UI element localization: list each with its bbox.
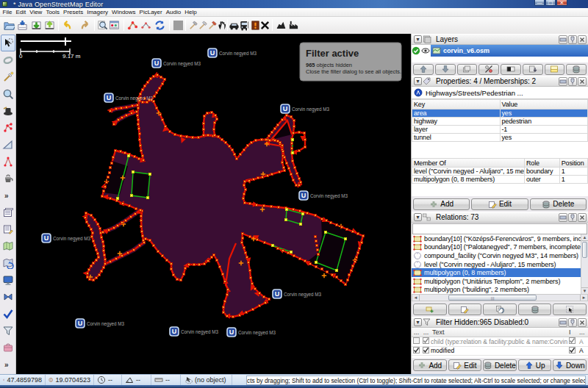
- svg-text:U: U: [275, 290, 280, 298]
- svg-text:Corvin negyed M3: Corvin negyed M3: [87, 321, 125, 327]
- svg-text:U: U: [301, 192, 306, 199]
- svg-text:Filter active: Filter active: [306, 48, 359, 59]
- svg-text:0: 0: [19, 53, 23, 60]
- svg-text:U: U: [283, 105, 288, 112]
- svg-text:Corvin negyed M3: Corvin negyed M3: [238, 330, 276, 336]
- svg-text:U: U: [78, 320, 83, 327]
- svg-text:Corvin negyed M3: Corvin negyed M3: [163, 61, 201, 67]
- svg-text:Corvin negyed M3: Corvin negyed M3: [310, 193, 348, 199]
- svg-text:9.17 m: 9.17 m: [62, 53, 81, 60]
- svg-text:U: U: [172, 328, 177, 335]
- svg-text:Close the filter dialog to see: Close the filter dialog to see all objec…: [306, 68, 401, 75]
- svg-text:U: U: [210, 49, 215, 57]
- svg-text:Corvin negyed M3: Corvin negyed M3: [284, 292, 322, 298]
- svg-text:U: U: [44, 234, 49, 242]
- svg-text:Corvin negyed M3: Corvin negyed M3: [219, 51, 257, 57]
- svg-text:965 objects hidden: 965 objects hidden: [306, 62, 352, 68]
- svg-text:Corvin negyed M3: Corvin negyed M3: [181, 329, 219, 335]
- svg-text:U: U: [107, 94, 112, 101]
- svg-text:Corvin negyed M3: Corvin negyed M3: [292, 107, 330, 112]
- svg-text:Corvin negyed M3: Corvin negyed M3: [53, 236, 91, 242]
- svg-text:U: U: [154, 60, 159, 67]
- svg-text:U: U: [229, 328, 234, 336]
- svg-text:Corvin negyed M3: Corvin negyed M3: [115, 96, 154, 101]
- svg-text:»: »: [4, 192, 9, 200]
- svg-text:»: »: [4, 361, 9, 369]
